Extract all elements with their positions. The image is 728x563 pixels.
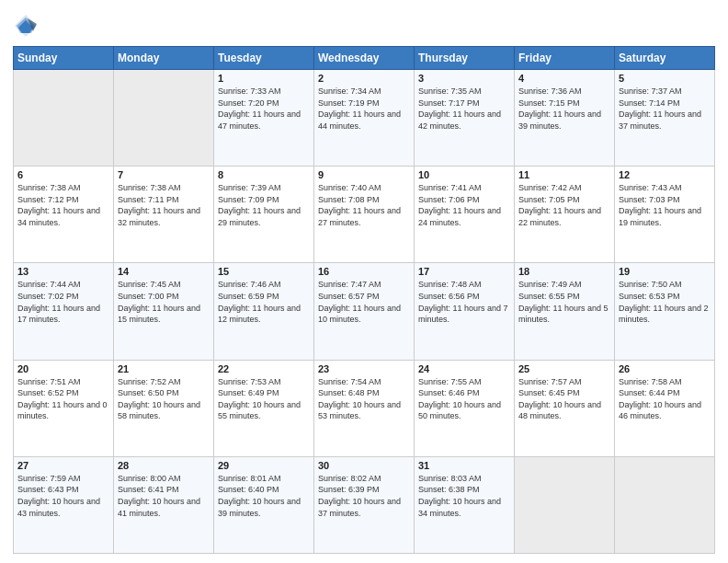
day-number: 29 — [218, 460, 310, 471]
day-number: 12 — [619, 169, 711, 180]
day-cell — [14, 70, 114, 167]
day-number: 31 — [418, 460, 510, 471]
weekday-header-wednesday: Wednesday — [314, 47, 415, 70]
day-cell: 12Sunrise: 7:43 AM Sunset: 7:03 PM Dayli… — [615, 167, 715, 263]
week-row-4: 20Sunrise: 7:51 AM Sunset: 6:52 PM Dayli… — [14, 360, 715, 456]
day-cell: 10Sunrise: 7:41 AM Sunset: 7:06 PM Dayli… — [415, 167, 515, 263]
day-info: Sunrise: 7:40 AM Sunset: 7:08 PM Dayligh… — [318, 182, 410, 228]
logo — [13, 13, 40, 39]
weekday-header-saturday: Saturday — [615, 47, 715, 70]
day-cell: 5Sunrise: 7:37 AM Sunset: 7:14 PM Daylig… — [615, 70, 715, 167]
day-number: 15 — [218, 266, 310, 277]
day-cell: 13Sunrise: 7:44 AM Sunset: 7:02 PM Dayli… — [14, 263, 114, 360]
day-info: Sunrise: 7:51 AM Sunset: 6:52 PM Dayligh… — [17, 376, 109, 422]
day-cell: 26Sunrise: 7:58 AM Sunset: 6:44 PM Dayli… — [615, 360, 715, 456]
day-cell: 23Sunrise: 7:54 AM Sunset: 6:48 PM Dayli… — [314, 360, 415, 456]
day-info: Sunrise: 7:48 AM Sunset: 6:56 PM Dayligh… — [418, 279, 510, 325]
day-cell: 29Sunrise: 8:01 AM Sunset: 6:40 PM Dayli… — [214, 456, 314, 553]
day-info: Sunrise: 7:57 AM Sunset: 6:45 PM Dayligh… — [518, 376, 610, 422]
day-number: 20 — [17, 363, 109, 374]
day-info: Sunrise: 7:42 AM Sunset: 7:05 PM Dayligh… — [518, 182, 610, 228]
day-number: 18 — [518, 266, 610, 277]
day-info: Sunrise: 7:46 AM Sunset: 6:59 PM Dayligh… — [218, 279, 310, 325]
day-number: 8 — [218, 169, 310, 180]
day-info: Sunrise: 8:01 AM Sunset: 6:40 PM Dayligh… — [218, 473, 310, 519]
day-cell — [515, 456, 615, 553]
day-info: Sunrise: 7:41 AM Sunset: 7:06 PM Dayligh… — [418, 182, 510, 228]
day-cell: 21Sunrise: 7:52 AM Sunset: 6:50 PM Dayli… — [114, 360, 214, 456]
day-number: 7 — [118, 169, 210, 180]
day-number: 17 — [418, 266, 510, 277]
day-number: 14 — [118, 266, 210, 277]
day-info: Sunrise: 7:39 AM Sunset: 7:09 PM Dayligh… — [218, 182, 310, 228]
day-number: 16 — [318, 266, 410, 277]
day-cell: 25Sunrise: 7:57 AM Sunset: 6:45 PM Dayli… — [515, 360, 615, 456]
day-info: Sunrise: 7:47 AM Sunset: 6:57 PM Dayligh… — [318, 279, 410, 325]
day-cell: 24Sunrise: 7:55 AM Sunset: 6:46 PM Dayli… — [415, 360, 515, 456]
page: SundayMondayTuesdayWednesdayThursdayFrid… — [0, 0, 728, 563]
day-cell: 4Sunrise: 7:36 AM Sunset: 7:15 PM Daylig… — [515, 70, 615, 167]
day-cell: 16Sunrise: 7:47 AM Sunset: 6:57 PM Dayli… — [314, 263, 415, 360]
day-info: Sunrise: 7:52 AM Sunset: 6:50 PM Dayligh… — [118, 376, 210, 422]
day-info: Sunrise: 7:33 AM Sunset: 7:20 PM Dayligh… — [218, 86, 310, 132]
day-info: Sunrise: 8:00 AM Sunset: 6:41 PM Dayligh… — [118, 473, 210, 519]
day-cell: 15Sunrise: 7:46 AM Sunset: 6:59 PM Dayli… — [214, 263, 314, 360]
day-cell: 20Sunrise: 7:51 AM Sunset: 6:52 PM Dayli… — [14, 360, 114, 456]
week-row-2: 6Sunrise: 7:38 AM Sunset: 7:12 PM Daylig… — [14, 167, 715, 263]
day-info: Sunrise: 7:37 AM Sunset: 7:14 PM Dayligh… — [619, 86, 711, 132]
day-number: 3 — [418, 73, 510, 84]
day-number: 21 — [118, 363, 210, 374]
day-info: Sunrise: 7:45 AM Sunset: 7:00 PM Dayligh… — [118, 279, 210, 325]
day-cell: 30Sunrise: 8:02 AM Sunset: 6:39 PM Dayli… — [314, 456, 415, 553]
day-info: Sunrise: 7:55 AM Sunset: 6:46 PM Dayligh… — [418, 376, 510, 422]
day-info: Sunrise: 7:53 AM Sunset: 6:49 PM Dayligh… — [218, 376, 310, 422]
day-number: 6 — [17, 169, 109, 180]
day-cell — [114, 70, 214, 167]
day-number: 4 — [518, 73, 610, 84]
day-cell: 18Sunrise: 7:49 AM Sunset: 6:55 PM Dayli… — [515, 263, 615, 360]
day-cell: 1Sunrise: 7:33 AM Sunset: 7:20 PM Daylig… — [214, 70, 314, 167]
day-number: 27 — [17, 460, 109, 471]
day-cell: 28Sunrise: 8:00 AM Sunset: 6:41 PM Dayli… — [114, 456, 214, 553]
day-cell: 22Sunrise: 7:53 AM Sunset: 6:49 PM Dayli… — [214, 360, 314, 456]
day-info: Sunrise: 7:54 AM Sunset: 6:48 PM Dayligh… — [318, 376, 410, 422]
weekday-header-sunday: Sunday — [14, 47, 114, 70]
day-number: 11 — [518, 169, 610, 180]
day-number: 9 — [318, 169, 410, 180]
weekday-header-monday: Monday — [114, 47, 214, 70]
day-info: Sunrise: 7:44 AM Sunset: 7:02 PM Dayligh… — [17, 279, 109, 325]
day-cell: 9Sunrise: 7:40 AM Sunset: 7:08 PM Daylig… — [314, 167, 415, 263]
day-info: Sunrise: 7:38 AM Sunset: 7:12 PM Dayligh… — [17, 182, 109, 228]
day-number: 25 — [518, 363, 610, 374]
day-info: Sunrise: 7:50 AM Sunset: 6:53 PM Dayligh… — [619, 279, 711, 325]
day-cell: 11Sunrise: 7:42 AM Sunset: 7:05 PM Dayli… — [515, 167, 615, 263]
day-number: 23 — [318, 363, 410, 374]
day-cell — [615, 456, 715, 553]
day-number: 26 — [619, 363, 711, 374]
day-info: Sunrise: 7:43 AM Sunset: 7:03 PM Dayligh… — [619, 182, 711, 228]
day-cell: 2Sunrise: 7:34 AM Sunset: 7:19 PM Daylig… — [314, 70, 415, 167]
week-row-3: 13Sunrise: 7:44 AM Sunset: 7:02 PM Dayli… — [14, 263, 715, 360]
weekday-header-friday: Friday — [515, 47, 615, 70]
day-info: Sunrise: 7:34 AM Sunset: 7:19 PM Dayligh… — [318, 86, 410, 132]
day-cell: 31Sunrise: 8:03 AM Sunset: 6:38 PM Dayli… — [415, 456, 515, 553]
day-cell: 3Sunrise: 7:35 AM Sunset: 7:17 PM Daylig… — [415, 70, 515, 167]
header — [13, 9, 715, 39]
day-info: Sunrise: 7:58 AM Sunset: 6:44 PM Dayligh… — [619, 376, 711, 422]
day-cell: 8Sunrise: 7:39 AM Sunset: 7:09 PM Daylig… — [214, 167, 314, 263]
day-number: 24 — [418, 363, 510, 374]
day-info: Sunrise: 7:36 AM Sunset: 7:15 PM Dayligh… — [518, 86, 610, 132]
day-info: Sunrise: 8:03 AM Sunset: 6:38 PM Dayligh… — [418, 473, 510, 519]
day-number: 22 — [218, 363, 310, 374]
day-info: Sunrise: 7:49 AM Sunset: 6:55 PM Dayligh… — [518, 279, 610, 325]
day-number: 13 — [17, 266, 109, 277]
day-cell: 17Sunrise: 7:48 AM Sunset: 6:56 PM Dayli… — [415, 263, 515, 360]
weekday-row: SundayMondayTuesdayWednesdayThursdayFrid… — [14, 47, 715, 70]
day-number: 2 — [318, 73, 410, 84]
week-row-1: 1Sunrise: 7:33 AM Sunset: 7:20 PM Daylig… — [14, 70, 715, 167]
day-info: Sunrise: 7:35 AM Sunset: 7:17 PM Dayligh… — [418, 86, 510, 132]
day-number: 5 — [619, 73, 711, 84]
week-row-5: 27Sunrise: 7:59 AM Sunset: 6:43 PM Dayli… — [14, 456, 715, 553]
weekday-header-tuesday: Tuesday — [214, 47, 314, 70]
day-info: Sunrise: 7:59 AM Sunset: 6:43 PM Dayligh… — [17, 473, 109, 519]
